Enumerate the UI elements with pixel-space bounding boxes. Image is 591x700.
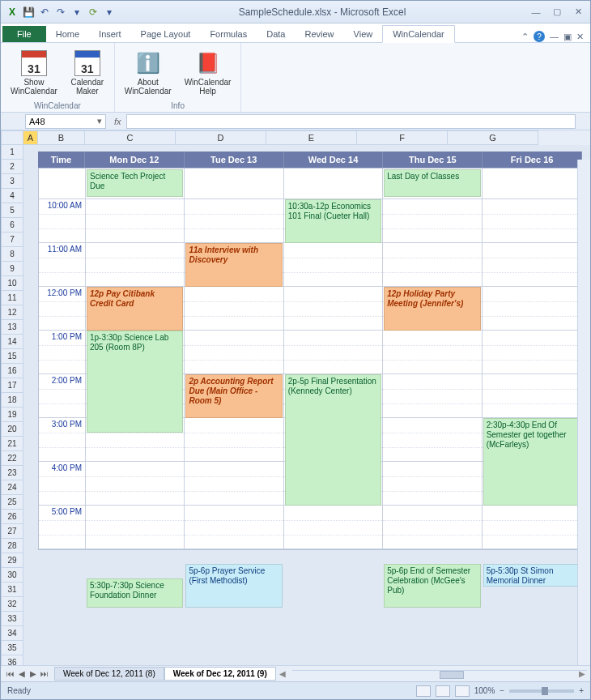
row-header-14[interactable]: 14 xyxy=(1,335,23,349)
row-header-22[interactable]: 22 xyxy=(1,451,23,466)
row-header-26[interactable]: 26 xyxy=(1,510,23,524)
sheet-nav-next-icon[interactable]: ▶ xyxy=(28,669,38,678)
calendar-event[interactable]: 12p Pay Citibank Credit Card xyxy=(87,287,183,331)
row-header-20[interactable]: 20 xyxy=(1,422,23,437)
allday-event[interactable]: Science Tech Project Due xyxy=(87,169,183,197)
calendar-event[interactable]: 5p-6p Prayer Service (First Methodist) xyxy=(185,564,282,608)
undo-icon[interactable]: ↶ xyxy=(38,6,51,19)
view-page-break-button[interactable] xyxy=(455,685,470,697)
tab-home[interactable]: Home xyxy=(46,26,89,42)
sheet-tab-2[interactable]: Week of Dec 12, 2011 (9) xyxy=(164,667,276,681)
row-header-1[interactable]: 1 xyxy=(1,145,23,160)
view-normal-button[interactable] xyxy=(416,685,431,697)
tab-page-layout[interactable]: Page Layout xyxy=(131,26,201,42)
row-header-18[interactable]: 18 xyxy=(1,393,23,408)
allday-event[interactable]: Last Day of Classes xyxy=(384,169,480,197)
maximize-button[interactable]: ▢ xyxy=(550,6,564,19)
save-icon[interactable]: 💾 xyxy=(22,6,35,19)
column-header-B[interactable]: B xyxy=(38,130,85,145)
calendar-event[interactable]: 10:30a-12p Economics 101 Final (Cueter H… xyxy=(285,199,381,243)
column-header-D[interactable]: D xyxy=(176,130,266,145)
column-header-F[interactable]: F xyxy=(357,130,448,145)
row-header-5[interactable]: 5 xyxy=(1,203,23,218)
sheet-tab-1[interactable]: Week of Dec 12, 2011 (8) xyxy=(54,667,164,681)
view-page-layout-button[interactable] xyxy=(436,685,450,697)
zoom-out-button[interactable]: − xyxy=(500,686,504,695)
row-header-21[interactable]: 21 xyxy=(1,437,23,451)
sheet-nav-prev-icon[interactable]: ◀ xyxy=(17,669,27,678)
column-header-A[interactable]: A xyxy=(23,130,38,145)
zoom-slider[interactable] xyxy=(509,689,574,693)
row-header-33[interactable]: 33 xyxy=(1,612,23,626)
row-header-36[interactable]: 36 xyxy=(1,655,23,665)
row-header-15[interactable]: 15 xyxy=(1,349,23,364)
qat-dropdown-icon[interactable]: ▾ xyxy=(70,6,83,19)
tab-file[interactable]: File xyxy=(2,26,46,42)
row-header-6[interactable]: 6 xyxy=(1,218,23,233)
row-header-7[interactable]: 7 xyxy=(1,233,23,247)
row-header-29[interactable]: 29 xyxy=(1,553,23,568)
row-header-10[interactable]: 10 xyxy=(1,276,23,291)
vertical-scrollbar[interactable] xyxy=(577,160,590,665)
formula-input[interactable] xyxy=(126,114,576,129)
name-box[interactable]: A48 ▾ xyxy=(25,114,106,129)
doc-restore-icon[interactable]: ▣ xyxy=(563,32,572,42)
column-header-E[interactable]: E xyxy=(266,130,357,145)
select-all-corner[interactable] xyxy=(1,130,23,145)
minimize-ribbon-icon[interactable]: ⌃ xyxy=(521,32,529,42)
calendar-event[interactable]: 1p-3:30p Science Lab 205 (Room 8P) xyxy=(87,331,183,433)
column-header-C[interactable]: C xyxy=(85,130,176,145)
row-header-35[interactable]: 35 xyxy=(1,641,23,655)
zoom-level[interactable]: 100% xyxy=(474,686,495,695)
doc-minimize-icon[interactable]: — xyxy=(550,32,559,41)
redo-icon[interactable]: ↷ xyxy=(54,6,67,19)
tab-review[interactable]: Review xyxy=(295,26,343,42)
row-header-2[interactable]: 2 xyxy=(1,160,23,174)
tab-data[interactable]: Data xyxy=(257,26,295,42)
show-wincalendar-button[interactable]: 31 Show WinCalendar xyxy=(7,49,61,97)
wincalendar-help-button[interactable]: 📕 WinCalendar Help xyxy=(181,49,235,97)
row-header-19[interactable]: 19 xyxy=(1,408,23,422)
row-header-23[interactable]: 23 xyxy=(1,466,23,480)
row-header-3[interactable]: 3 xyxy=(1,174,23,189)
calendar-event[interactable]: 5p-5:30p St Simon Memorial Dinner xyxy=(483,564,580,587)
tab-insert[interactable]: Insert xyxy=(89,26,131,42)
minimize-button[interactable]: — xyxy=(529,6,543,19)
row-header-13[interactable]: 13 xyxy=(1,320,23,335)
sheet-nav-more-icon[interactable]: ◀ xyxy=(276,669,289,678)
row-header-12[interactable]: 12 xyxy=(1,305,23,320)
row-header-34[interactable]: 34 xyxy=(1,626,23,641)
calendar-event[interactable]: 2p-5p Final Presentation (Kennedy Center… xyxy=(285,374,381,506)
zoom-in-button[interactable]: + xyxy=(579,686,584,695)
row-header-30[interactable]: 30 xyxy=(1,568,23,583)
row-header-8[interactable]: 8 xyxy=(1,247,23,262)
row-header-27[interactable]: 27 xyxy=(1,524,23,539)
row-header-28[interactable]: 28 xyxy=(1,539,23,553)
calendar-maker-button[interactable]: 31 Calendar Maker xyxy=(67,49,108,97)
row-header-25[interactable]: 25 xyxy=(1,495,23,510)
close-button[interactable]: ✕ xyxy=(571,6,585,19)
row-header-32[interactable]: 32 xyxy=(1,597,23,612)
row-header-16[interactable]: 16 xyxy=(1,364,23,378)
about-wincalendar-button[interactable]: ℹ️ About WinCalendar xyxy=(121,49,175,97)
calendar-event[interactable]: 2p Accounting Report Due (Main Office - … xyxy=(185,374,282,418)
refresh-icon[interactable]: ⟳ xyxy=(87,6,100,19)
row-header-24[interactable]: 24 xyxy=(1,480,23,495)
row-header-4[interactable]: 4 xyxy=(1,189,23,203)
namebox-dropdown-icon[interactable]: ▾ xyxy=(97,116,102,126)
sheet-nav-first-icon[interactable]: ⏮ xyxy=(6,669,15,678)
grid-body[interactable]: TimeMon Dec 12Tue Dec 13Wed Dec 14Thu De… xyxy=(23,145,590,665)
tab-formulas[interactable]: Formulas xyxy=(200,26,257,42)
sheet-nav-last-icon[interactable]: ⏭ xyxy=(40,669,49,678)
help-icon[interactable]: ? xyxy=(534,31,545,42)
row-header-11[interactable]: 11 xyxy=(1,291,23,305)
horizontal-scrollbar[interactable]: ▶ xyxy=(292,670,587,678)
tab-view[interactable]: View xyxy=(344,26,383,42)
fx-label[interactable]: fx xyxy=(109,117,126,126)
calendar-event[interactable]: 5p-6p End of Semester Celebration (McGee… xyxy=(384,564,480,608)
calendar-event[interactable]: 11a Interview with Discovery xyxy=(185,243,282,287)
qat-more-icon[interactable]: ▾ xyxy=(103,6,116,19)
row-header-9[interactable]: 9 xyxy=(1,262,23,276)
doc-close-icon[interactable]: ✕ xyxy=(576,32,584,42)
calendar-event[interactable]: 12p Holiday Party Meeting (Jennifer's) xyxy=(384,287,480,331)
